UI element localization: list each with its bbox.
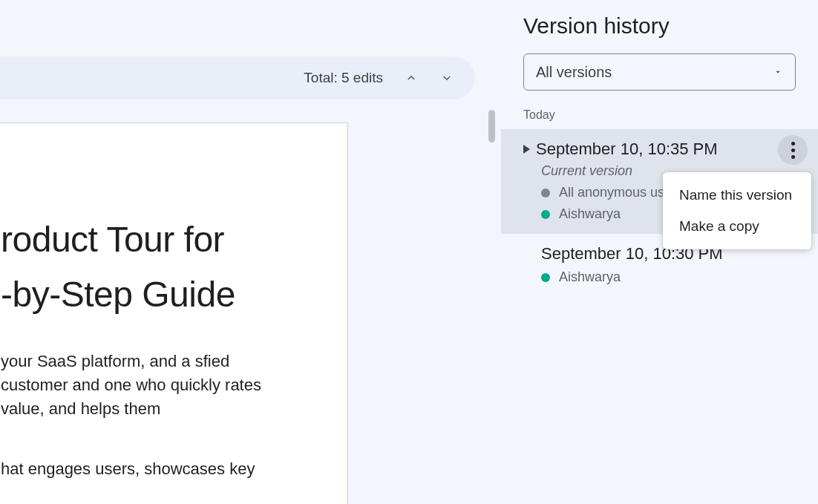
- edits-summary-bar: Total: 5 edits: [0, 56, 475, 99]
- collaborator-dot: [541, 189, 550, 197]
- chevron-down-icon: [440, 71, 454, 85]
- version-header: September 10, 10:35 PM: [523, 140, 796, 159]
- version-timestamp: September 10, 10:35 PM: [536, 140, 718, 159]
- menu-make-copy[interactable]: Make a copy: [663, 211, 811, 242]
- prev-edit-button[interactable]: [398, 65, 425, 91]
- document-area: Total: 5 edits roduct Tour for -by-Step …: [0, 0, 501, 504]
- doc-body: your SaaS platform, and a sfied customer…: [1, 350, 295, 482]
- version-filter-select[interactable]: All versions: [523, 53, 796, 91]
- document-page: roduct Tour for -by-Step Guide your SaaS…: [0, 122, 348, 504]
- doc-paragraph: your SaaS platform, and a sfied customer…: [1, 350, 295, 421]
- collaborator-name: Aishwarya: [559, 269, 621, 285]
- edits-count-label: Total: 5 edits: [304, 70, 383, 86]
- version-history-panel: Version history All versions Today Septe…: [501, 0, 818, 504]
- kebab-dot-icon: [791, 148, 795, 152]
- collaborator-name: Aishwarya: [559, 206, 621, 222]
- chevron-up-icon: [405, 71, 418, 85]
- collaborator-row: Aishwarya: [541, 269, 796, 285]
- doc-title-line-1: roduct Tour for: [1, 212, 295, 267]
- context-menu: Name this version Make a copy: [663, 172, 811, 249]
- panel-title: Version history: [501, 0, 818, 53]
- scrollbar-thumb[interactable]: [488, 110, 495, 143]
- collaborator-dot: [541, 273, 550, 282]
- filter-selected-label: All versions: [536, 64, 612, 81]
- collaborator-dot: [541, 210, 550, 219]
- doc-paragraph: hat engages users, showcases key: [1, 457, 295, 481]
- more-actions-button[interactable]: [778, 135, 808, 165]
- section-label-today: Today: [501, 104, 818, 129]
- doc-title-line-2: -by-Step Guide: [1, 267, 295, 322]
- kebab-dot-icon: [791, 155, 795, 159]
- next-edit-button[interactable]: [433, 65, 460, 91]
- caret-down-icon: [773, 67, 783, 77]
- expand-caret-icon[interactable]: [523, 145, 530, 154]
- menu-name-version[interactable]: Name this version: [663, 180, 811, 211]
- kebab-dot-icon: [791, 142, 795, 145]
